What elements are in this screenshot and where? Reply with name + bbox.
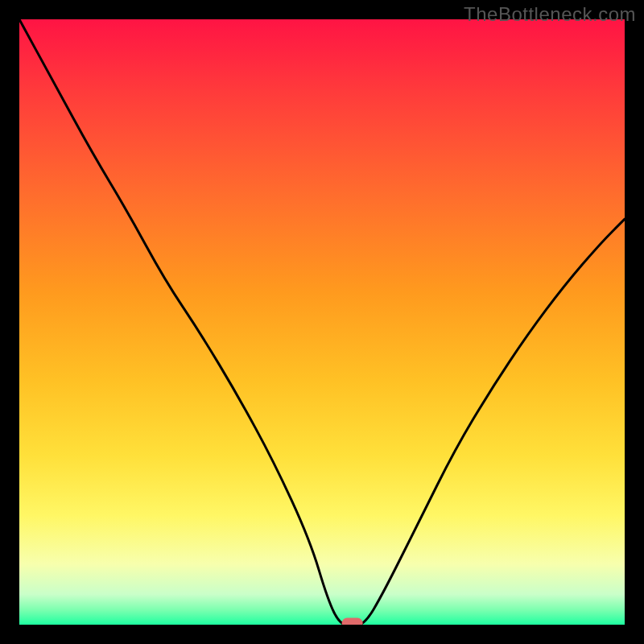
gradient-background: [19, 19, 625, 625]
chart-svg: [19, 19, 625, 625]
chart-frame: TheBottleneck.com: [0, 0, 644, 644]
plot-area: [19, 19, 625, 625]
watermark-text: TheBottleneck.com: [464, 3, 636, 26]
optimum-marker: [342, 618, 363, 625]
